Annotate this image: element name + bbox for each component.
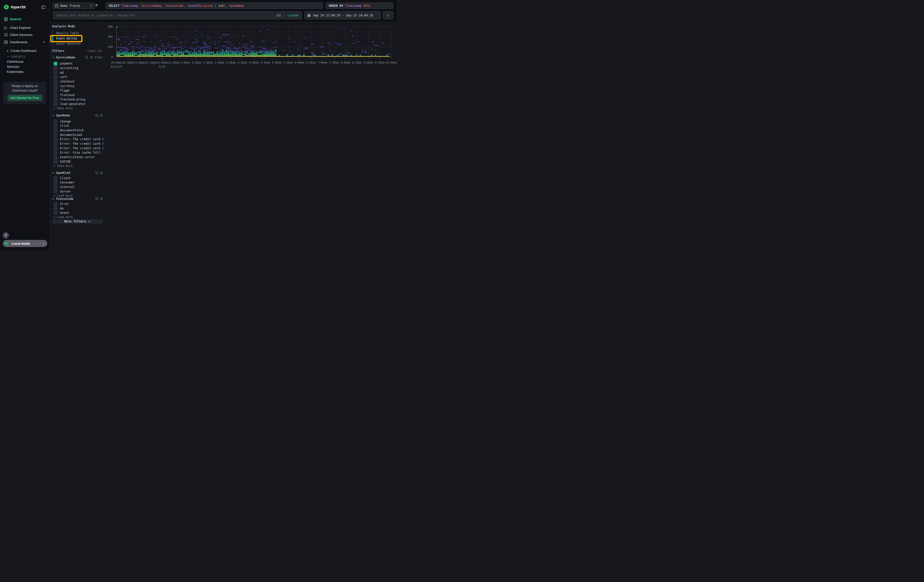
source-settings-button[interactable]: ⚙	[96, 3, 98, 7]
filter-option-spankind[interactable]: Consumer	[54, 180, 103, 185]
checkbox[interactable]	[54, 185, 58, 189]
filter-section-header-statuscode[interactable]: StatusCode	[52, 197, 103, 201]
filter-option-servicename[interactable]: checkout	[54, 79, 103, 84]
analysis-option-results-table[interactable]: Results Table	[56, 31, 79, 35]
run-query-button[interactable]: ▷	[383, 12, 393, 19]
app-logo[interactable]: HyperDX	[3, 4, 26, 10]
checkbox[interactable]	[54, 206, 58, 210]
checkbox[interactable]	[54, 71, 58, 74]
filter-option-spanname[interactable]: change	[54, 119, 103, 124]
sidebar-item-dashboards[interactable]: Dashboards	[0, 38, 50, 46]
sidebar-item-services[interactable]: Services	[7, 65, 20, 69]
checkbox[interactable]	[54, 102, 58, 106]
sql-mode-toggle[interactable]: SQL	[276, 14, 282, 17]
checkbox[interactable]	[54, 137, 58, 141]
checkbox[interactable]	[54, 211, 58, 215]
source-select[interactable]: Demo Traces	[53, 3, 95, 9]
section-search-icon[interactable]	[85, 56, 88, 59]
filter-option-statuscode[interactable]: Error	[54, 202, 103, 206]
analysis-option-event-patterns[interactable]: Event Patterns	[56, 42, 81, 46]
filter-option-spanname[interactable]: eventListener.error	[54, 155, 103, 160]
show-more-button[interactable]: Show more	[54, 107, 73, 110]
filter-section-header-spanname[interactable]: SpanName	[52, 114, 103, 117]
filter-option-statuscode[interactable]: Ok	[54, 206, 103, 211]
clear-all-button[interactable]: Clear all	[87, 49, 102, 53]
account-menu[interactable]: U Local mode	[3, 240, 47, 247]
filter-option-servicename[interactable]: flagd	[54, 88, 103, 92]
section-search-icon[interactable]	[95, 171, 98, 175]
section-pin-icon[interactable]	[100, 171, 103, 175]
order-by-input[interactable]: ORDER BY Timestamp DESC	[326, 3, 393, 9]
filter-section-header-servicename[interactable]: ServiceNameClear	[52, 55, 103, 59]
filter-option-servicename[interactable]: currency	[54, 84, 103, 88]
checkbox[interactable]	[54, 142, 58, 146]
filter-option-spankind[interactable]: Client	[54, 176, 103, 180]
filter-option-spanname[interactable]: Error: The credit card (…	[54, 146, 103, 150]
section-search-icon[interactable]	[95, 197, 98, 200]
checkbox[interactable]	[54, 160, 58, 163]
filter-option-servicename[interactable]: load-generator	[54, 102, 103, 106]
section-pin-icon[interactable]	[89, 56, 93, 59]
filter-option-servicename[interactable]: payment	[54, 61, 103, 66]
checkbox[interactable]	[54, 124, 58, 128]
checkbox[interactable]	[54, 66, 58, 70]
presets-toggle[interactable]: PRESETS	[7, 55, 26, 58]
show-more-button[interactable]: Show more	[54, 164, 73, 168]
help-button[interactable]: ?	[3, 232, 9, 238]
filter-option-servicename[interactable]: cart	[54, 75, 103, 79]
section-pin-icon[interactable]	[100, 114, 103, 117]
sidebar-item-clickhouse[interactable]: ClickHouse	[7, 60, 23, 64]
sidebar-item-client-sessions[interactable]: Client Sessions	[0, 31, 50, 38]
sidebar-collapse-button[interactable]	[41, 6, 45, 9]
lucene-mode-toggle[interactable]: Lucene	[288, 14, 299, 17]
checkbox[interactable]	[54, 98, 58, 101]
sidebar-item-kubernetes[interactable]: Kubernetes	[7, 70, 24, 74]
load-more-button[interactable]: Load more	[54, 215, 73, 219]
filter-option-servicename[interactable]: frontend	[54, 93, 103, 97]
filter-option-spanname[interactable]: Error: The credit card (…	[54, 137, 103, 142]
filter-option-spanname[interactable]: click	[54, 124, 103, 128]
checkbox[interactable]	[54, 155, 58, 159]
filter-section-header-spankind[interactable]: SpanKind	[52, 171, 103, 175]
filter-option-spanname[interactable]: Error: The credit card (…	[54, 142, 103, 146]
checkbox[interactable]	[54, 146, 58, 150]
checkbox[interactable]	[54, 128, 58, 132]
filter-option-statuscode[interactable]: Unset	[54, 211, 103, 215]
analysis-option-event-deltas[interactable]: Event Deltas	[56, 37, 77, 40]
checkbox[interactable]	[54, 93, 58, 97]
time-range-picker[interactable]: Sep 14 22:04:35 - Sep 15 10:04:35	[305, 12, 381, 19]
filter-option-spanname[interactable]: documentLoad	[54, 133, 103, 137]
checkbox[interactable]	[54, 80, 58, 84]
duration-heatmap[interactable]	[116, 26, 391, 59]
sidebar-item-chart-explorer[interactable]: Chart Explorer	[0, 24, 50, 31]
filter-option-servicename[interactable]: frontend-proxy	[54, 97, 103, 102]
filter-option-spankind[interactable]: Internal	[54, 185, 103, 189]
select-clause-input[interactable]: SELECT Timestamp, ServiceName, StatusCod…	[106, 3, 323, 9]
sidebar-item-search[interactable]: Search	[0, 16, 50, 23]
checkbox-checked[interactable]	[54, 62, 58, 66]
checkbox[interactable]	[54, 84, 58, 88]
checkbox[interactable]	[54, 202, 58, 206]
filter-option-servicename[interactable]: ad	[54, 70, 103, 75]
checkbox[interactable]	[54, 89, 58, 92]
promo-line1: Ready to deploy on	[3, 84, 46, 88]
filter-option-spanname[interactable]: documentFetch	[54, 128, 103, 132]
checkbox[interactable]	[54, 119, 58, 123]
more-filters-button[interactable]: More filters	[52, 219, 103, 224]
checkbox[interactable]	[54, 133, 58, 137]
checkbox[interactable]	[54, 181, 58, 185]
checkbox[interactable]	[54, 190, 58, 193]
get-started-button[interactable]: Get Started for Free	[8, 95, 42, 101]
checkbox[interactable]	[54, 151, 58, 155]
filter-option-spanname[interactable]: Error: Visa cache full: …	[54, 150, 103, 155]
filter-option-spanname[interactable]: EXPIRE	[54, 160, 103, 164]
checkbox[interactable]	[54, 176, 58, 180]
search-input[interactable]	[53, 12, 302, 19]
filter-option-spankind[interactable]: Server	[54, 189, 103, 194]
section-search-icon[interactable]	[95, 114, 98, 117]
filter-option-servicename[interactable]: accounting	[54, 66, 103, 70]
checkbox[interactable]	[54, 75, 58, 79]
create-dashboard-button[interactable]: + Create Dashboard	[7, 49, 36, 53]
section-pin-icon[interactable]	[100, 197, 103, 200]
section-clear-button[interactable]: Clear	[95, 56, 103, 59]
